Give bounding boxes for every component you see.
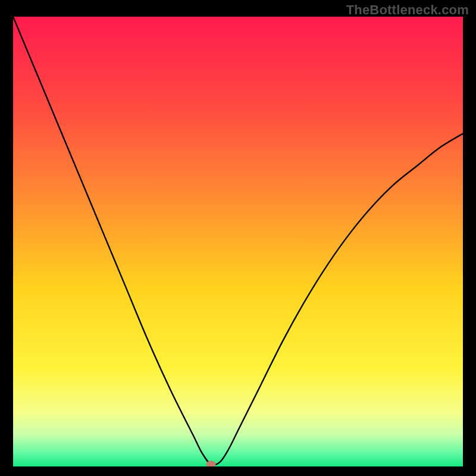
plot-area — [13, 17, 463, 466]
watermark-text: TheBottleneck.com — [346, 2, 469, 18]
bottleneck-chart — [13, 17, 463, 466]
chart-frame: TheBottleneck.com — [0, 0, 476, 476]
gradient-background — [13, 17, 463, 466]
